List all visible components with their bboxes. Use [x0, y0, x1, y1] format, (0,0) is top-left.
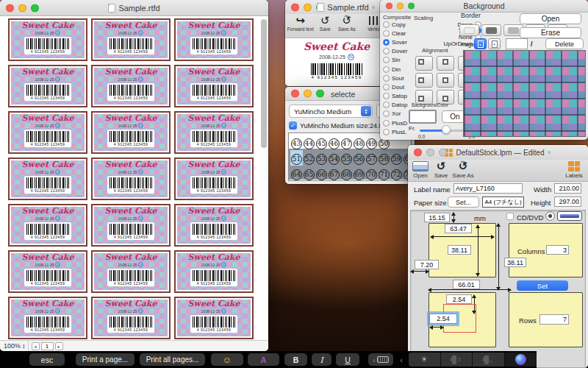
- circled-number[interactable]: 69: [353, 166, 365, 181]
- set-button[interactable]: Set: [517, 280, 568, 291]
- label-sticker[interactable]: Sweet Cake2008-12-25504 912345 123459: [91, 111, 171, 154]
- circled-number[interactable]: 55: [340, 150, 353, 166]
- alignment-button-c[interactable]: [437, 73, 454, 88]
- circled-number[interactable]: 49: [365, 135, 378, 150]
- vertical-scrollbar-thumb[interactable]: [261, 19, 267, 148]
- volume-button[interactable]: )): [441, 353, 473, 367]
- composite-option-datop[interactable]: Datop: [383, 101, 405, 110]
- composite-option-plusd[interactable]: PlusD: [383, 118, 405, 127]
- circled-number[interactable]: 48: [353, 135, 365, 150]
- circled-number[interactable]: 57: [365, 150, 378, 166]
- save-button[interactable]: ↺ Save: [431, 160, 451, 181]
- circled-number[interactable]: 70: [365, 166, 378, 181]
- paper-set-button[interactable]: Set...: [448, 197, 479, 208]
- label-sticker[interactable]: Sweet Cake2008-12-25504 912345 123459: [174, 65, 254, 107]
- rows-field[interactable]: [539, 314, 569, 325]
- circled-number[interactable]: 58: [378, 150, 390, 166]
- label-name-field[interactable]: [453, 183, 523, 194]
- circled-number[interactable]: 43: [290, 135, 303, 150]
- esc-button[interactable]: esc: [29, 353, 65, 366]
- editor-canvas[interactable]: Sweet Cake 2008-12-25 50 4 912345 123459: [285, 38, 388, 86]
- vertical-pitch-field[interactable]: [504, 258, 526, 267]
- bold-button[interactable]: B: [284, 353, 307, 366]
- label-sticker[interactable]: Sweet Cake2008-12-25504 912345 123459: [8, 65, 87, 107]
- alignment-button-tl[interactable]: [415, 56, 433, 71]
- composite-option-xor[interactable]: Xor: [383, 110, 405, 118]
- label-width-field[interactable]: [445, 224, 472, 233]
- composite-option-sout[interactable]: Sout: [383, 74, 405, 82]
- circled-number[interactable]: 54: [328, 150, 340, 166]
- page-down-button[interactable]: ▼: [488, 38, 501, 49]
- label-sticker[interactable]: Sweet Cake2008-12-25504 912345 123459: [91, 158, 171, 200]
- minimize-button[interactable]: [18, 4, 26, 12]
- document-page[interactable]: Sweet Cake2008-12-25504 912345 123459Swe…: [0, 16, 268, 340]
- circled-number[interactable]: 47: [340, 135, 353, 150]
- composite-option-dout[interactable]: Dout: [383, 82, 405, 91]
- circled-number[interactable]: 52: [303, 150, 315, 166]
- label-sticker[interactable]: Sweet Cake2008-12-25504 912345 123459: [91, 65, 171, 107]
- erase-button[interactable]: Erase: [520, 27, 581, 38]
- label-sticker[interactable]: Sweet Cake2008-12-25504 912345 123459: [8, 250, 87, 293]
- zoom-button[interactable]: [408, 3, 415, 10]
- title-chevron-icon[interactable]: ∨: [547, 149, 551, 155]
- next-page-button[interactable]: ▸: [55, 342, 63, 350]
- width-field[interactable]: [554, 183, 581, 194]
- close-button[interactable]: [291, 90, 299, 98]
- label-sticker[interactable]: Sweet Cake2008-12-25504 912345 123459: [91, 204, 171, 247]
- label-sticker[interactable]: Sweet Cake2008-12-25504 912345 123459: [174, 18, 254, 61]
- circled-number[interactable]: 66: [315, 166, 328, 181]
- height-field[interactable]: [554, 197, 581, 207]
- label-sticker[interactable]: Sweet Cake2008-12-25504 912345 123459: [91, 18, 171, 61]
- label-sticker[interactable]: Sweet Cake2008-12-25504 912345 123459: [174, 297, 254, 339]
- circled-number[interactable]: 56: [353, 150, 365, 166]
- previous-page-button[interactable]: ◂: [32, 342, 40, 350]
- print-page-button[interactable]: Print a page...: [76, 353, 135, 366]
- save-as-button[interactable]: abc ↺ Save As: [451, 160, 476, 181]
- close-button[interactable]: [6, 4, 14, 12]
- composite-option-clear[interactable]: Clear: [383, 29, 405, 38]
- alignment-button-ml[interactable]: [415, 73, 433, 88]
- label-sticker[interactable]: Sweet Cake2008-12-25504 912345 123459: [174, 250, 254, 293]
- page-number-field[interactable]: [506, 38, 528, 49]
- zoom-button[interactable]: [439, 149, 447, 157]
- composite-option-satop[interactable]: Satop: [383, 92, 405, 101]
- circled-number[interactable]: 46: [328, 135, 340, 150]
- print-all-pages-button[interactable]: Print all pages...: [140, 353, 205, 366]
- label-sticker[interactable]: Sweet Cake2008-12-25504 912345 123459: [174, 111, 254, 154]
- circled-number[interactable]: 64: [290, 166, 303, 181]
- page-number-input[interactable]: [41, 342, 54, 350]
- label-sticker[interactable]: Sweet Cake2008-12-25504 912345 123459: [174, 158, 254, 200]
- delete-button[interactable]: Delete: [545, 38, 584, 49]
- open-button[interactable]: Open: [520, 13, 581, 24]
- save-as-button[interactable]: abc ↺ Save As: [334, 14, 359, 38]
- circled-number[interactable]: 72: [390, 166, 403, 181]
- zoom-button[interactable]: [316, 90, 324, 98]
- font-family-dropdown[interactable]: YuMincho Medium ▲▼: [289, 105, 373, 118]
- composite-option-din[interactable]: Din: [383, 65, 405, 74]
- emoji-button[interactable]: ☺: [211, 353, 243, 366]
- zoom-button[interactable]: [31, 4, 39, 12]
- fraction-slider-knob[interactable]: [442, 125, 451, 134]
- minimize-button[interactable]: [397, 3, 404, 10]
- circled-number[interactable]: 68: [340, 166, 353, 181]
- minimize-button[interactable]: [304, 3, 312, 11]
- close-button[interactable]: [414, 149, 422, 157]
- titlebar[interactable]: DefaultStock.lprn — Edited ∨: [408, 145, 588, 160]
- circled-number[interactable]: 59: [390, 150, 403, 166]
- circled-number[interactable]: 71: [378, 166, 390, 181]
- cd-icon[interactable]: [545, 211, 555, 221]
- alignment-button-tc[interactable]: [437, 56, 454, 71]
- line-style-well[interactable]: [557, 211, 582, 221]
- close-button[interactable]: [386, 3, 392, 10]
- label-sticker[interactable]: Sweet Cake2008-12-25504 912345 123459: [174, 204, 254, 247]
- title-chevron-icon[interactable]: ∨: [372, 4, 376, 10]
- label-sticker[interactable]: Sweet Cake2008-12-25504 912345 123459: [8, 18, 87, 61]
- label-sticker[interactable]: Sweet Cake2008-12-25504 912345 123459: [8, 158, 87, 200]
- chevron-left-icon[interactable]: ‹: [397, 353, 406, 366]
- zoom-level[interactable]: 100%: [4, 342, 21, 350]
- circled-number[interactable]: 67: [328, 166, 340, 181]
- label-sticker[interactable]: Sweet Cake2008-12-25504 912345 123459: [8, 111, 87, 154]
- label-sticker[interactable]: Sweet Cake2008-12-25504 912345 123459: [91, 250, 171, 293]
- circled-number[interactable]: 53: [315, 150, 328, 166]
- forward-text-button[interactable]: ↪ Forward text: [285, 14, 315, 38]
